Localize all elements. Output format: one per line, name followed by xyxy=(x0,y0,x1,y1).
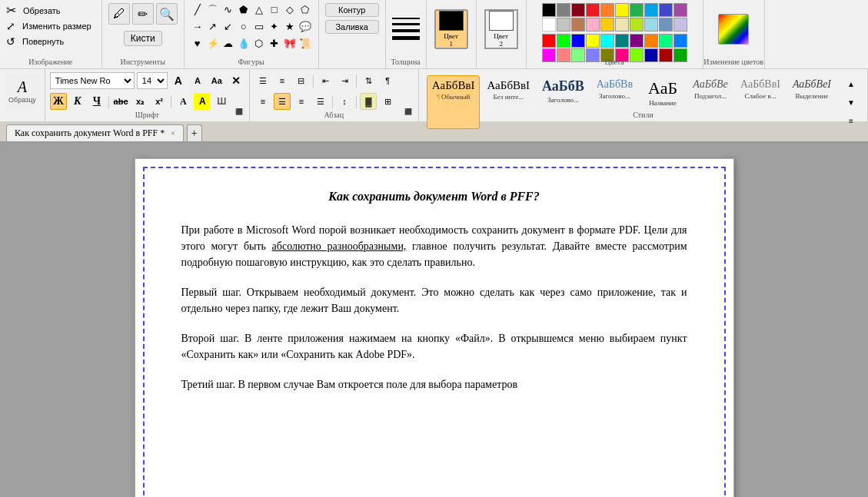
swatch-5[interactable] xyxy=(615,3,629,17)
multilevel-list-button[interactable]: ⊟ xyxy=(293,72,310,89)
change-colors-rainbow[interactable] xyxy=(718,14,749,45)
shape-curve[interactable]: ⌒ xyxy=(206,3,220,17)
document-tab[interactable]: Как сохранить документ Word в PFF * × xyxy=(6,124,184,141)
swatch-19[interactable] xyxy=(673,18,687,31)
shape-cloud[interactable]: ☁ xyxy=(221,37,235,51)
swatch-ext-2[interactable] xyxy=(571,34,585,48)
swatch-14[interactable] xyxy=(600,18,614,31)
swatch-ext2-4[interactable] xyxy=(673,34,687,48)
sort-button[interactable]: ⇅ xyxy=(360,72,377,89)
swatch-3[interactable] xyxy=(586,3,600,17)
shape-cross[interactable]: ✚ xyxy=(268,37,281,51)
style-no-spacing[interactable]: АаБбВвI Без инте... xyxy=(481,75,535,129)
align-justify-button[interactable]: ☰ xyxy=(312,93,329,110)
cut-button[interactable]: Обрезать xyxy=(19,4,65,18)
clear-format-button[interactable]: ✕ xyxy=(228,72,244,89)
swatch-15[interactable] xyxy=(615,18,629,31)
superscript-button[interactable]: x² xyxy=(151,93,168,110)
swatch-9[interactable] xyxy=(673,3,687,17)
shape-triangle[interactable]: △ xyxy=(252,3,266,17)
numbered-list-button[interactable]: ≡ xyxy=(274,72,291,89)
shape-star4[interactable]: ✦ xyxy=(268,20,281,34)
fill-button[interactable]: Заливка xyxy=(325,20,379,34)
align-left-button[interactable]: ≡ xyxy=(254,93,271,110)
shape-heart[interactable]: ♥ xyxy=(191,37,205,51)
brush-tool-2[interactable]: ✏ xyxy=(132,3,154,25)
swatch-13[interactable] xyxy=(586,18,600,31)
shape-ellipse[interactable]: ○ xyxy=(237,20,251,34)
swatch-ext2-3[interactable] xyxy=(659,34,673,48)
sample-button[interactable]: A Образцу xyxy=(5,75,40,108)
shape-octagon[interactable]: ⬡ xyxy=(252,37,266,51)
thickness-2[interactable] xyxy=(392,23,420,25)
color2-box[interactable]: Цвет 2 xyxy=(484,9,518,49)
swatch-8[interactable] xyxy=(659,3,673,17)
bullet-list-button[interactable]: ☰ xyxy=(254,72,271,89)
swatch-10[interactable] xyxy=(542,18,556,31)
swatch-1[interactable] xyxy=(557,3,570,17)
paragraph-expand-button[interactable]: ⬛ xyxy=(404,108,415,119)
rotate-button[interactable]: Повернуть xyxy=(18,35,68,48)
font-name-select[interactable]: Times New Ro xyxy=(50,72,135,89)
shape-rounded-rect[interactable]: ▭ xyxy=(252,20,266,34)
shape-arrow[interactable]: → xyxy=(191,20,205,34)
swatch-ext-3[interactable] xyxy=(586,34,600,48)
swatch-11[interactable] xyxy=(557,18,570,31)
swatch-12[interactable] xyxy=(571,18,585,31)
shape-callout[interactable]: 💬 xyxy=(298,20,312,34)
swatch-18[interactable] xyxy=(659,18,673,31)
shape-droplet[interactable]: 💧 xyxy=(237,37,251,51)
swatch-7[interactable] xyxy=(644,3,658,17)
brushes-button[interactable]: Кисти xyxy=(124,31,162,46)
swatch-17[interactable] xyxy=(644,18,658,31)
shape-arrow3[interactable]: ↙ xyxy=(221,20,235,34)
style-normal[interactable]: АаБбВвI ¶ Обычный xyxy=(427,75,481,129)
shade-button[interactable]: ▓ xyxy=(360,93,377,110)
swatch-ext-4[interactable] xyxy=(600,34,614,48)
border-button[interactable]: ⊞ xyxy=(379,93,396,110)
font-size-select[interactable]: 14 xyxy=(137,72,168,89)
align-center-button[interactable]: ☰ xyxy=(274,93,291,110)
shape-diamond[interactable]: ◇ xyxy=(283,3,297,17)
bold-button[interactable]: Ж xyxy=(50,93,67,110)
swatch-0[interactable] xyxy=(542,3,556,17)
thickness-3[interactable] xyxy=(392,29,420,32)
shape-scroll[interactable]: 📜 xyxy=(298,37,312,51)
tab-close-button[interactable]: × xyxy=(171,129,175,138)
styles-scroll-down[interactable]: ▼ xyxy=(843,94,860,111)
swatch-ext2-2[interactable] xyxy=(644,34,658,48)
outline-button[interactable]: Контур xyxy=(325,3,379,17)
decrease-font-button[interactable]: A xyxy=(189,72,206,89)
swatch-ext-1[interactable] xyxy=(557,34,570,48)
shape-lightning[interactable]: ⚡ xyxy=(206,37,220,51)
new-tab-button[interactable]: + xyxy=(187,124,202,141)
color1-box[interactable]: Цвет 1 xyxy=(434,9,468,49)
style-subtitle[interactable]: АаБбВе Подзагол... xyxy=(687,75,733,129)
styles-scroll-up[interactable]: ▲ xyxy=(843,75,860,92)
para-mark-button[interactable]: ¶ xyxy=(379,72,396,89)
font-color-button[interactable]: А xyxy=(175,93,191,110)
style-heading2[interactable]: АаБбВв Заголово... xyxy=(591,75,638,129)
style-subtle[interactable]: АаБбВвI Слабое в... xyxy=(735,75,786,129)
shape-star5[interactable]: ★ xyxy=(283,20,297,34)
swatch-4[interactable] xyxy=(600,3,614,17)
shape-freeform[interactable]: ∿ xyxy=(221,3,235,17)
shape-rect[interactable]: □ xyxy=(268,3,281,17)
brush-tool-3[interactable]: 🔍 xyxy=(156,3,178,25)
font-case-button[interactable]: Аа xyxy=(208,72,225,89)
shape-arrow2[interactable]: ↗ xyxy=(206,20,220,34)
style-heading1[interactable]: АаБбВ Заголово... xyxy=(537,75,590,129)
style-emphasis[interactable]: АаБбВеI Выделение xyxy=(787,75,836,129)
decrease-indent-button[interactable]: ⇤ xyxy=(317,72,334,89)
shape-ribbon[interactable]: 🎀 xyxy=(283,37,297,51)
swatch-2[interactable] xyxy=(571,3,585,17)
style-title[interactable]: АаБ Название xyxy=(640,75,686,129)
swatch-6[interactable] xyxy=(630,3,644,17)
font-expand-button[interactable]: ⬛ xyxy=(235,108,246,119)
subscript-button[interactable]: x₂ xyxy=(131,93,148,110)
shape-polygon[interactable]: ⬟ xyxy=(237,3,251,17)
shape-pentagon[interactable]: ⬠ xyxy=(298,3,312,17)
text-bg-button[interactable]: Ш xyxy=(213,93,230,110)
underline-button[interactable]: Ч xyxy=(88,93,105,110)
swatch-ext2-1[interactable] xyxy=(630,34,644,48)
